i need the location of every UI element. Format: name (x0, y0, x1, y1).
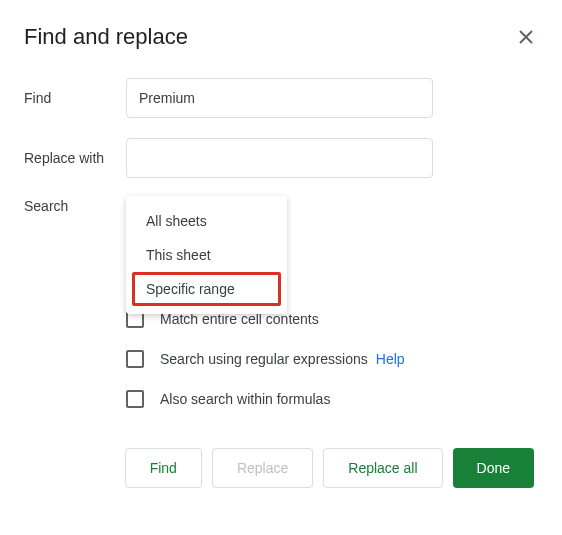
checkbox-row-formulas: Also search within formulas (126, 390, 538, 408)
done-button[interactable]: Done (453, 448, 534, 488)
find-button[interactable]: Find (125, 448, 202, 488)
dialog-header: Find and replace (24, 24, 538, 50)
search-label: Search (24, 198, 126, 214)
dialog-title: Find and replace (24, 24, 188, 50)
checkbox-label-regex: Search using regular expressions (160, 351, 368, 367)
find-replace-dialog: Find and replace Find Replace with Searc… (0, 0, 562, 512)
replace-button[interactable]: Replace (212, 448, 313, 488)
search-dropdown-menu: All sheets This sheet Specific range (126, 196, 287, 314)
replace-row: Replace with (24, 138, 538, 178)
checkbox-label-formulas: Also search within formulas (160, 391, 330, 407)
find-label: Find (24, 90, 126, 106)
checkbox-row-regex: Search using regular expressions Help (126, 350, 538, 368)
find-row: Find (24, 78, 538, 118)
help-link[interactable]: Help (376, 351, 405, 367)
search-row: Search All sheets This sheet Specific ra… (24, 198, 538, 214)
replace-input[interactable] (126, 138, 433, 178)
dropdown-item-this-sheet[interactable]: This sheet (126, 238, 287, 272)
checkbox-regex[interactable] (126, 350, 144, 368)
find-input[interactable] (126, 78, 433, 118)
replace-all-button[interactable]: Replace all (323, 448, 442, 488)
dropdown-item-specific-range[interactable]: Specific range (132, 272, 281, 306)
button-row: Find Replace Replace all Done (24, 448, 538, 488)
checkbox-formulas[interactable] (126, 390, 144, 408)
replace-label: Replace with (24, 150, 126, 166)
close-icon[interactable] (514, 25, 538, 49)
dropdown-item-all-sheets[interactable]: All sheets (126, 204, 287, 238)
